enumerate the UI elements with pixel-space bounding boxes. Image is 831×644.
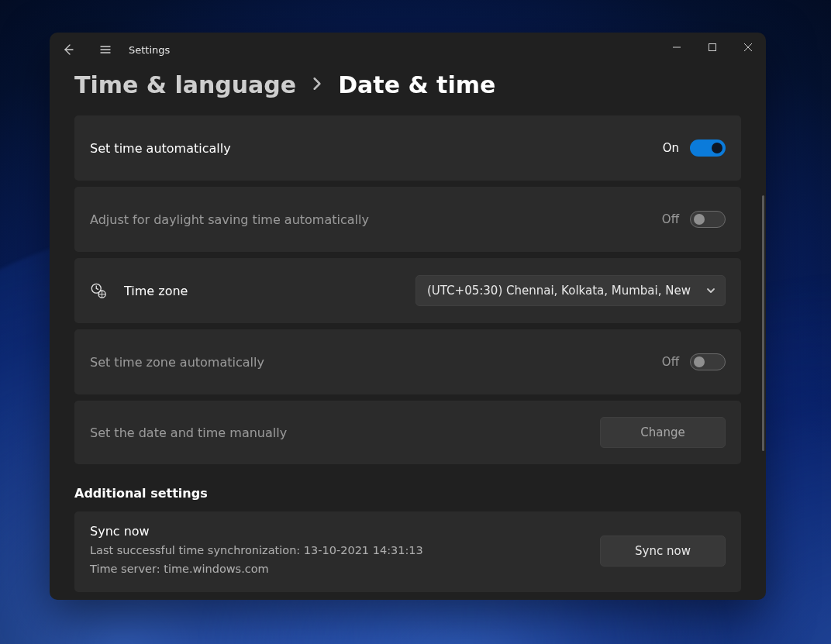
row-set-time-automatically: Set time automatically On [74, 115, 741, 181]
row-sync-now: Sync now Last successful time synchroniz… [74, 511, 741, 592]
toggle-set-time-automatically[interactable] [690, 139, 726, 157]
chevron-down-icon [706, 284, 715, 298]
toggle-dst-automatically[interactable] [690, 211, 726, 228]
row-label: Time zone [124, 284, 188, 298]
desktop-wallpaper: Settings Time & language Date & time Set… [0, 0, 831, 644]
row-set-date-time-manually: Set the date and time manually Change [74, 401, 741, 464]
maximize-button[interactable] [695, 35, 730, 60]
row-label: Set time automatically [90, 141, 231, 156]
content-area: Time & language Date & time Set time aut… [50, 67, 766, 600]
change-button[interactable]: Change [600, 417, 726, 448]
toggle-status: Off [662, 212, 679, 226]
minimize-button[interactable] [659, 35, 695, 60]
settings-window: Settings Time & language Date & time Set… [50, 33, 766, 600]
scrollbar[interactable] [762, 195, 764, 451]
chevron-right-icon [310, 77, 324, 94]
row-label: Set the date and time manually [90, 425, 287, 440]
breadcrumb: Time & language Date & time [74, 71, 741, 98]
hamburger-menu-icon[interactable] [87, 33, 124, 67]
sync-title: Sync now [90, 524, 423, 539]
svg-rect-0 [709, 44, 716, 51]
toggle-set-timezone-automatically[interactable] [690, 353, 726, 370]
section-additional-settings: Additional settings [74, 486, 741, 501]
globe-clock-icon [90, 282, 107, 299]
sync-last-success: Last successful time synchronization: 13… [90, 542, 423, 559]
window-title: Settings [129, 44, 170, 56]
sync-time-server: Time server: time.windows.com [90, 560, 423, 577]
row-time-zone: Time zone (UTC+05:30) Chennai, Kolkata, … [74, 258, 741, 323]
breadcrumb-parent[interactable]: Time & language [74, 71, 296, 98]
toggle-status: On [663, 141, 679, 155]
titlebar: Settings [50, 33, 766, 67]
row-set-timezone-automatically: Set time zone automatically Off [74, 329, 741, 394]
timezone-value: (UTC+05:30) Chennai, Kolkata, Mumbai, Ne… [427, 284, 691, 298]
sync-now-button[interactable]: Sync now [600, 536, 726, 567]
page-title: Date & time [338, 71, 495, 98]
row-label: Set time zone automatically [90, 355, 264, 370]
row-dst-automatically: Adjust for daylight saving time automati… [74, 187, 741, 252]
toggle-status: Off [662, 355, 679, 369]
close-button[interactable] [730, 35, 766, 60]
row-label: Adjust for daylight saving time automati… [90, 212, 369, 227]
back-button[interactable] [50, 33, 87, 67]
timezone-select[interactable]: (UTC+05:30) Chennai, Kolkata, Mumbai, Ne… [416, 275, 726, 306]
